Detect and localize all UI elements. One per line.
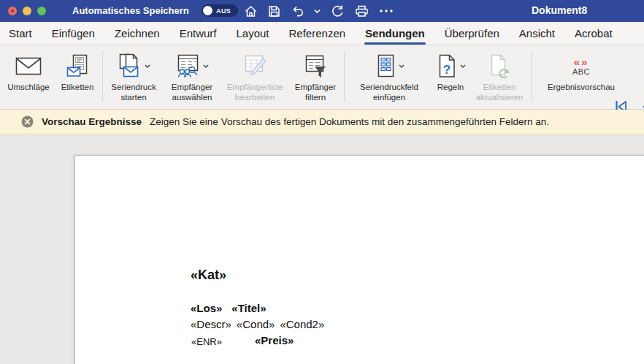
- rules-icon: ?: [436, 54, 458, 78]
- home-icon[interactable]: [244, 4, 258, 18]
- chevron-down-icon[interactable]: [460, 64, 466, 68]
- zoom-window-button[interactable]: [37, 7, 46, 15]
- start-mail-merge-icon: [118, 53, 142, 78]
- empfaengerliste-bearbeiten-button: Empfängerliste bearbeiten: [221, 45, 288, 109]
- labels-icon: [66, 54, 88, 77]
- umschlaege-button[interactable]: Umschläge: [3, 45, 54, 109]
- tab-entwurf[interactable]: Entwurf: [180, 27, 217, 39]
- chevron-down-icon[interactable]: [399, 64, 405, 68]
- ergebnisvorschau-label: Ergebnisvorschau: [548, 82, 615, 92]
- empfaenger-auswaehlen-label: Empfänger auswählen: [163, 82, 221, 102]
- update-labels-icon: [488, 54, 510, 78]
- umschlaege-label: Umschläge: [7, 82, 50, 92]
- merge-field-line: «Los» «Titel»: [191, 302, 267, 314]
- tab-ueberpruefen[interactable]: Überprüfen: [445, 27, 499, 39]
- seriendruckfeld-einfuegen-button[interactable]: Seriendruckfeld einfügen: [346, 45, 432, 109]
- tab-referenzen[interactable]: Referenzen: [289, 27, 346, 39]
- empfaenger-auswaehlen-button[interactable]: Empfänger auswählen: [163, 45, 221, 109]
- autosave-toggle[interactable]: AUS: [202, 4, 238, 17]
- message-bar-title: Vorschau Ergebnisse: [42, 116, 142, 127]
- merge-field-titel[interactable]: «Titel»: [231, 302, 266, 314]
- merge-field-line: «Descr» «Cond» «Cond2»: [191, 318, 324, 330]
- envelope-icon: [15, 57, 42, 75]
- empfaenger-filtern-label: Empfänger filtern: [288, 82, 342, 102]
- tab-acrobat[interactable]: Acrobat: [575, 27, 613, 39]
- filter-recipients-icon: [304, 54, 327, 78]
- tab-layout[interactable]: Layout: [236, 27, 269, 39]
- empfaenger-filtern-button[interactable]: Empfänger filtern: [288, 45, 342, 109]
- title-bar: Automatisches Speichern AUS Dokument8: [0, 0, 644, 22]
- save-icon[interactable]: [267, 4, 281, 18]
- etiketten-aktualisieren-button: Etiketten aktualisieren: [469, 45, 530, 109]
- print-icon[interactable]: [354, 4, 369, 18]
- preview-results-icon: «» ABC: [572, 56, 590, 76]
- document-page[interactable]: «Kat» «Los» «Titel» «Descr» «Cond» «Cond…: [74, 155, 644, 364]
- insert-merge-field-icon: [375, 54, 396, 78]
- document-workspace: «Kat» «Los» «Titel» «Descr» «Cond» «Cond…: [0, 134, 644, 364]
- tab-start[interactable]: Start: [9, 27, 32, 39]
- tab-sendungen[interactable]: Sendungen: [365, 27, 425, 39]
- merge-field-preis[interactable]: «Preis»: [255, 334, 294, 346]
- merge-field-kat[interactable]: «Kat»: [191, 268, 226, 283]
- document-title: Dokument8: [532, 4, 587, 16]
- merge-field-enr[interactable]: «ENR»: [191, 336, 222, 347]
- merge-field-cond2[interactable]: «Cond2»: [280, 318, 324, 330]
- regeln-button[interactable]: ? Regeln: [432, 45, 469, 109]
- regeln-label: Regeln: [437, 82, 464, 92]
- minimize-window-button[interactable]: [23, 7, 31, 15]
- autosave-state-label: AUS: [216, 7, 231, 15]
- group-divider: [102, 51, 103, 102]
- seriendruck-starten-label: Seriendruck starten: [104, 82, 163, 102]
- tab-zeichnen[interactable]: Zeichnen: [115, 27, 160, 39]
- redo-icon[interactable]: [330, 4, 345, 18]
- tab-einfuegen[interactable]: Einfügen: [52, 27, 95, 39]
- chevron-down-icon[interactable]: [314, 9, 321, 14]
- toggle-knob: [203, 6, 212, 15]
- merge-field-cond[interactable]: «Cond»: [237, 318, 275, 330]
- group-divider: [532, 51, 532, 102]
- etiketten-button[interactable]: Etiketten: [54, 45, 101, 109]
- etiketten-aktualisieren-label: Etiketten aktualisieren: [469, 82, 530, 102]
- empfaengerliste-bearbeiten-label: Empfängerliste bearbeiten: [221, 82, 288, 102]
- message-bar: Vorschau Ergebnisse Zeigen Sie eine Vors…: [0, 110, 644, 134]
- edit-recipient-list-icon: [242, 54, 267, 77]
- undo-icon[interactable]: [291, 4, 304, 18]
- message-bar-text: Zeigen Sie eine Vorschau des fertigen Do…: [150, 116, 549, 127]
- ribbon: Umschläge Etiketten: [0, 45, 644, 110]
- merge-field-los[interactable]: «Los»: [191, 302, 222, 314]
- ribbon-tab-bar: Start Einfügen Zeichnen Entwurf Layout R…: [0, 22, 644, 45]
- select-recipients-icon: [176, 53, 201, 78]
- seriendruckfeld-einfuegen-label: Seriendruckfeld einfügen: [346, 82, 432, 102]
- etiketten-label: Etiketten: [61, 82, 94, 92]
- autosave-label: Automatisches Speichern: [72, 5, 189, 16]
- chevron-down-icon[interactable]: [203, 64, 209, 68]
- close-window-button[interactable]: [8, 7, 17, 15]
- more-icon[interactable]: [379, 9, 394, 13]
- merge-field-descr[interactable]: «Descr»: [191, 318, 231, 330]
- svg-text:?: ?: [442, 63, 450, 77]
- dismiss-circle-icon: [21, 115, 34, 128]
- chevron-down-icon[interactable]: [145, 64, 150, 68]
- window-controls: [8, 7, 46, 15]
- group-divider: [344, 51, 345, 102]
- tab-ansicht[interactable]: Ansicht: [519, 27, 555, 39]
- seriendruck-starten-button[interactable]: Seriendruck starten: [104, 45, 163, 109]
